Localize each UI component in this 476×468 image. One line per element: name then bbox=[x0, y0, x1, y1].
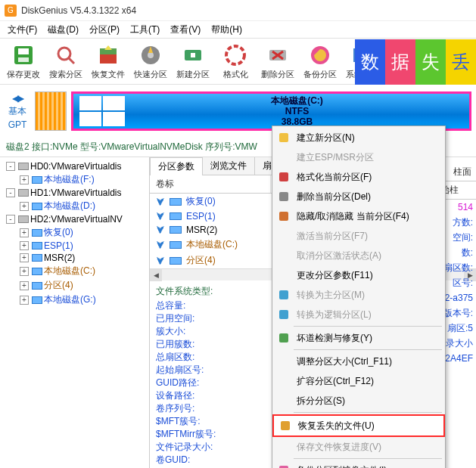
menu-disk[interactable]: 磁盘(D) bbox=[43, 22, 83, 38]
volume-icon bbox=[32, 176, 42, 184]
menu-tools[interactable]: 工具(T) bbox=[126, 22, 164, 38]
expand-icon[interactable]: + bbox=[20, 267, 29, 276]
disk-icon bbox=[18, 189, 29, 197]
tab-browse[interactable]: 浏览文件 bbox=[202, 157, 255, 175]
blank-icon bbox=[277, 150, 291, 164]
volume-icon bbox=[32, 282, 42, 290]
delete-button[interactable]: 删除分区 bbox=[257, 39, 298, 83]
menu-item[interactable]: 更改分区参数(F11) bbox=[272, 265, 445, 285]
expand-icon[interactable]: - bbox=[6, 188, 15, 197]
chevron-down-icon: ⮟ bbox=[156, 211, 165, 222]
banner-char-3: 丢 bbox=[446, 39, 476, 85]
list-item-label: MSR(2) bbox=[186, 225, 217, 235]
volume-icon bbox=[170, 241, 182, 249]
expand-icon[interactable]: + bbox=[20, 241, 29, 250]
banner-char-4: 失 bbox=[415, 39, 446, 85]
backup-button[interactable]: 备份分区 bbox=[300, 39, 341, 83]
menu-item: 取消分区激活状态(A) bbox=[272, 246, 445, 265]
recover-button[interactable]: 恢复文件 bbox=[88, 39, 129, 83]
menu-item[interactable]: 恢复丢失的文件(U) bbox=[272, 414, 445, 437]
menu-item-label: 隐藏/取消隐藏 当前分区(F4) bbox=[297, 210, 409, 223]
tree-node[interactable]: +分区(4) bbox=[2, 278, 148, 293]
blank-icon bbox=[277, 268, 291, 282]
menu-item-label: 删除当前分区(Del) bbox=[297, 191, 371, 203]
menu-separator bbox=[294, 349, 442, 350]
scroll-left-icon[interactable]: ◀ bbox=[150, 269, 162, 281]
tree-label: HD0:VMwareVirtualdis bbox=[30, 161, 122, 172]
tree-node[interactable]: -HD2:VMwareVirtualNV bbox=[2, 213, 148, 225]
menu-separator bbox=[294, 458, 442, 459]
tree-node[interactable]: +本地磁盘(D:) bbox=[2, 199, 148, 213]
menu-item[interactable]: 备份分区到镜像文件(I) bbox=[272, 460, 445, 468]
expand-icon[interactable]: + bbox=[20, 228, 29, 237]
menu-item-label: 调整分区大小(Ctrl_F11) bbox=[297, 355, 392, 368]
svg-rect-1 bbox=[18, 48, 29, 54]
save-button[interactable]: 保存更改 bbox=[3, 39, 44, 83]
menu-item-label: 取消分区激活状态(A) bbox=[297, 249, 381, 262]
expand-icon[interactable]: + bbox=[20, 175, 29, 184]
tree-label: 本地磁盘(C:) bbox=[44, 265, 95, 277]
menu-item-label: 转换为主分区(M) bbox=[297, 289, 365, 302]
svg-rect-2 bbox=[18, 57, 29, 62]
svg-rect-23 bbox=[279, 192, 288, 201]
disk-icon bbox=[18, 215, 29, 223]
promo-banner: 数 据 失 丢 bbox=[355, 39, 476, 85]
menubar: 文件(F) 磁盘(D) 分区(P) 工具(T) 查看(V) 帮助(H) bbox=[0, 21, 476, 38]
tree-node[interactable]: +本地磁盘(G:) bbox=[2, 293, 148, 307]
conv2-icon bbox=[277, 308, 291, 321]
svg-rect-24 bbox=[279, 212, 288, 221]
quick-button[interactable]: 快速分区 bbox=[130, 39, 171, 83]
list-item-label: 本地磁盘(C:) bbox=[186, 238, 238, 251]
expand-icon[interactable]: - bbox=[6, 162, 15, 171]
tree-node[interactable]: -HD0:VMwareVirtualdis bbox=[2, 160, 148, 172]
volume-icon bbox=[32, 242, 42, 249]
expand-icon[interactable]: - bbox=[6, 215, 15, 224]
expand-icon[interactable]: + bbox=[20, 296, 29, 305]
menu-item[interactable]: 格式化当前分区(F) bbox=[272, 167, 445, 187]
new-button[interactable]: 新建分区 bbox=[173, 39, 213, 83]
context-menu: 建立新分区(N)建立ESP/MSR分区格式化当前分区(F)删除当前分区(Del)… bbox=[272, 126, 446, 468]
expand-icon[interactable]: + bbox=[20, 253, 29, 262]
menu-item-label: 建立ESP/MSR分区 bbox=[297, 151, 374, 164]
menu-item[interactable]: 坏道检测与修复(Y) bbox=[272, 328, 445, 348]
tree-node[interactable]: +MSR(2) bbox=[2, 252, 148, 264]
search-button[interactable]: 搜索分区 bbox=[45, 39, 86, 83]
tree-node[interactable]: +ESP(1) bbox=[2, 240, 148, 252]
tree-label: HD2:VMwareVirtualNV bbox=[30, 214, 123, 225]
menu-item: 建立ESP/MSR分区 bbox=[272, 147, 445, 167]
expand-icon[interactable]: + bbox=[20, 202, 29, 211]
svg-point-3 bbox=[58, 48, 70, 60]
svg-rect-26 bbox=[279, 310, 288, 319]
col-volume[interactable]: 卷标 bbox=[150, 175, 271, 193]
tree-node[interactable]: +本地磁盘(F:) bbox=[2, 172, 148, 187]
menu-partition[interactable]: 分区(P) bbox=[85, 22, 124, 38]
svg-rect-25 bbox=[279, 290, 288, 299]
menu-item[interactable]: 调整分区大小(Ctrl_F11) bbox=[272, 352, 445, 371]
tab-params[interactable]: 分区参数 bbox=[150, 157, 203, 175]
nav-arrows-icon[interactable]: ◀▶ bbox=[12, 93, 23, 104]
expand-icon[interactable]: + bbox=[20, 281, 29, 290]
menu-item[interactable]: 拆分分区(S) bbox=[272, 391, 445, 411]
menu-item[interactable]: 隐藏/取消隐藏 当前分区(F4) bbox=[272, 206, 445, 226]
menu-view[interactable]: 查看(V) bbox=[166, 22, 205, 38]
svg-rect-21 bbox=[279, 133, 288, 142]
tree-node[interactable]: +恢复(0) bbox=[2, 225, 148, 240]
menu-item[interactable]: 建立新分区(N) bbox=[272, 128, 445, 147]
banner-char-2: 据 bbox=[385, 39, 415, 85]
chevron-down-icon: ⮟ bbox=[156, 225, 165, 235]
tree-label: 本地磁盘(D:) bbox=[44, 200, 95, 212]
menu-item: 保存文件恢复进度(V) bbox=[272, 437, 445, 457]
chevron-down-icon: ⮟ bbox=[156, 256, 165, 266]
menu-item[interactable]: 删除当前分区(Del) bbox=[272, 187, 445, 206]
blank-icon bbox=[277, 355, 291, 368]
reserved-stripes[interactable] bbox=[35, 91, 67, 131]
partition-text: 本地磁盘(C:) NTFS 38.8GB bbox=[125, 95, 469, 127]
svg-line-4 bbox=[69, 58, 74, 64]
menu-item[interactable]: 扩容分区(Ctrl_F12) bbox=[272, 371, 445, 391]
tree-node[interactable]: -HD1:VMwareVirtualdis bbox=[2, 187, 148, 199]
list-item-label: 恢复(0) bbox=[186, 195, 216, 208]
tree-node[interactable]: +本地磁盘(C:) bbox=[2, 264, 148, 278]
menu-help[interactable]: 帮助(H) bbox=[207, 22, 247, 38]
format-button[interactable]: 格式化 bbox=[215, 39, 256, 83]
menu-file[interactable]: 文件(F) bbox=[3, 22, 42, 38]
